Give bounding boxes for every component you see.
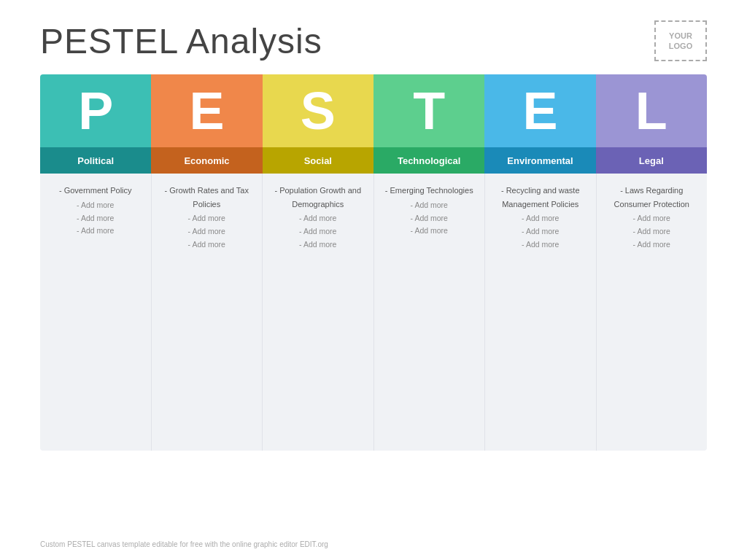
category-environmental: Environmental (484, 147, 595, 174)
legal-main: - Laws Regarding Consumer Protection (604, 184, 700, 211)
header: PESTEL Analysis YOUR LOGO (0, 0, 747, 74)
content-legal: - Laws Regarding Consumer Protection - A… (597, 174, 708, 451)
environmental-add-3: - Add more (492, 238, 589, 252)
social-main: - Population Growth and Demographics (270, 184, 366, 211)
content-social: - Population Growth and Demographics - A… (263, 174, 374, 451)
social-add-2: - Add more (270, 225, 366, 238)
legal-add-3: - Add more (604, 238, 700, 252)
category-political: Political (40, 147, 151, 174)
logo-line2: LOGO (669, 41, 692, 51)
economic-add-1: - Add more (159, 212, 255, 225)
letter-t: T (374, 74, 484, 147)
category-economic: Economic (151, 147, 262, 174)
environmental-main: - Recycling and waste Management Policie… (492, 184, 589, 211)
letter-p: P (40, 74, 151, 147)
category-row: Political Economic Social Technological … (40, 147, 707, 174)
political-add-3: - Add more (47, 225, 144, 238)
content-row: - Government Policy - Add more - Add mor… (40, 174, 707, 451)
political-main: - Government Policy (47, 184, 144, 198)
social-add-3: - Add more (270, 238, 366, 252)
pestel-table: P E S T E L Political Economic Social Te… (40, 74, 707, 451)
content-technological: - Emerging Technologies - Add more - Add… (374, 174, 486, 451)
content-economic: - Growth Rates and Tax Policies - Add mo… (152, 174, 263, 451)
letter-row: P E S T E L (40, 74, 707, 147)
logo-placeholder: YOUR LOGO (654, 20, 707, 61)
content-political: - Government Policy - Add more - Add mor… (40, 174, 152, 451)
legal-add-1: - Add more (604, 212, 700, 225)
technological-main: - Emerging Technologies (382, 184, 478, 198)
technological-add-2: - Add more (382, 212, 478, 225)
legal-add-2: - Add more (604, 225, 700, 238)
letter-e1: E (151, 74, 262, 147)
environmental-add-2: - Add more (492, 225, 589, 238)
letter-l: L (596, 74, 707, 147)
category-social: Social (263, 147, 374, 174)
letter-e2: E (484, 74, 595, 147)
letter-s: S (263, 74, 374, 147)
technological-add-3: - Add more (382, 225, 478, 238)
page-title: PESTEL Analysis (40, 21, 322, 61)
environmental-add-1: - Add more (492, 212, 589, 225)
page: PESTEL Analysis YOUR LOGO P E S T E L Po… (0, 0, 747, 560)
footer: Custom PESTEL canvas template editable f… (40, 540, 328, 548)
logo-line1: YOUR (669, 31, 692, 41)
political-add-1: - Add more (47, 199, 144, 212)
technological-add-1: - Add more (382, 199, 478, 212)
social-add-1: - Add more (270, 212, 366, 225)
economic-add-3: - Add more (159, 238, 255, 252)
category-legal: Legal (596, 147, 707, 174)
political-add-2: - Add more (47, 212, 144, 225)
footer-text: Custom PESTEL canvas template editable f… (40, 540, 328, 548)
content-environmental: - Recycling and waste Management Policie… (485, 174, 597, 451)
economic-add-2: - Add more (159, 225, 255, 238)
category-technological: Technological (374, 147, 484, 174)
economic-main: - Growth Rates and Tax Policies (159, 184, 255, 211)
